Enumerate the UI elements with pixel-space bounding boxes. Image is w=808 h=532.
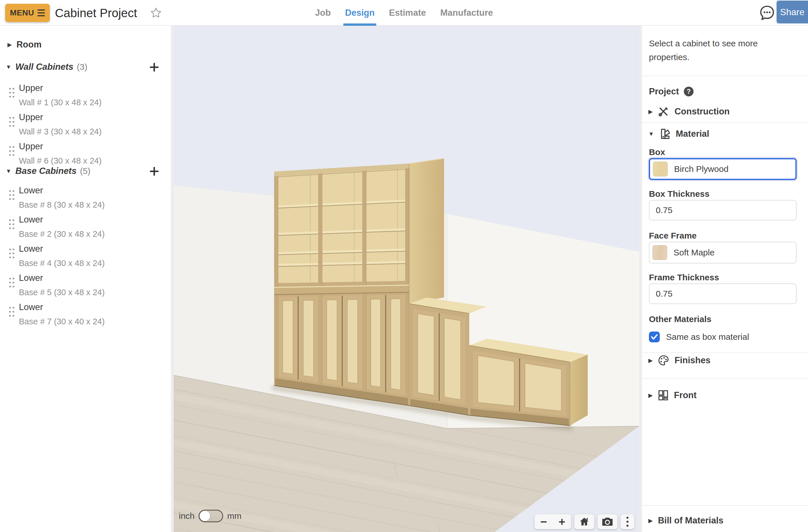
room-section-header[interactable]: ▶ Room: [7, 39, 178, 50]
project-header: Project ?: [649, 87, 694, 97]
share-button[interactable]: Share: [776, 1, 808, 23]
unit-toggle-group: inch mm: [179, 510, 241, 522]
chevron-down-icon: ▼: [6, 64, 12, 70]
divider: [642, 353, 808, 353]
divider: [642, 122, 808, 123]
item-title: Upper: [19, 112, 43, 122]
same-as-box-row: Same as box material: [649, 331, 749, 342]
item-subtitle: Wall # 1 (30 x 48 x 24): [19, 98, 102, 107]
material-swatch-icon: [659, 128, 671, 139]
select-cabinet-note: Select a cabinet to see more properties.: [649, 37, 781, 64]
unit-toggle[interactable]: [199, 510, 223, 522]
chat-icon[interactable]: [759, 4, 775, 21]
sidebar-divider: [171, 26, 174, 532]
section-front[interactable]: ▶ Front: [648, 390, 697, 401]
divider: [642, 505, 808, 506]
reset-view-button[interactable]: [574, 514, 594, 529]
drag-handle-icon[interactable]: [7, 247, 16, 260]
item-subtitle: Base # 8 (30 x 48 x 24): [19, 200, 105, 210]
hamburger-icon: [37, 10, 45, 16]
drag-handle-icon[interactable]: [7, 305, 16, 318]
wall-cabinets-count: (3): [77, 62, 88, 72]
same-as-box-checkbox[interactable]: [649, 331, 660, 342]
frame-thickness-input[interactable]: [649, 283, 796, 304]
unit-inch-label: inch: [179, 511, 195, 521]
room-3d-scene[interactable]: [174, 26, 639, 532]
item-title: Upper: [19, 141, 43, 152]
front-label: Front: [674, 390, 696, 400]
menu-label: MENU: [10, 8, 34, 17]
divider: [642, 76, 808, 76]
face-frame-value: Soft Maple: [674, 248, 714, 258]
drag-handle-icon[interactable]: [7, 189, 16, 201]
drag-handle-icon[interactable]: [7, 116, 16, 128]
section-bill-of-materials[interactable]: ▶ Bill of Materials: [648, 515, 723, 526]
top-bar: MENU Cabinet Project Job Design Estimate…: [0, 0, 808, 26]
section-finishes[interactable]: ▶ Finishes: [648, 355, 711, 366]
menu-button[interactable]: MENU: [5, 4, 50, 22]
tab-design[interactable]: Design: [345, 0, 374, 26]
tab-manufacture[interactable]: Manufacture: [440, 0, 493, 26]
toggle-knob[interactable]: [200, 511, 210, 521]
box-thickness-label: Box Thickness: [649, 189, 710, 199]
drag-handle-icon[interactable]: [7, 276, 16, 289]
item-subtitle: Base # 4 (30 x 48 x 24): [19, 259, 105, 268]
help-icon[interactable]: ?: [683, 87, 694, 97]
item-title: Lower: [19, 273, 43, 283]
chevron-down-icon: ▼: [648, 131, 654, 137]
zoom-in-button[interactable]: +: [553, 514, 571, 529]
construction-tools-icon: [658, 106, 669, 117]
page-title: Cabinet Project: [55, 6, 137, 20]
svg-text:?: ?: [687, 88, 691, 95]
box-material-select[interactable]: Birch Plywood: [649, 158, 796, 180]
check-icon: [651, 334, 658, 340]
add-wall-cabinet-button[interactable]: [148, 61, 161, 74]
item-subtitle: Base # 2 (30 x 48 x 24): [19, 229, 105, 239]
construction-label: Construction: [674, 107, 730, 117]
screenshot-button[interactable]: [598, 514, 618, 529]
box-label: Box: [649, 147, 665, 157]
chevron-right-icon: ▶: [648, 108, 653, 115]
item-title: Lower: [19, 185, 43, 196]
box-thickness-input[interactable]: [649, 200, 796, 221]
section-material[interactable]: ▼ Material: [648, 128, 709, 139]
frame-thickness-label: Frame Thickness: [649, 272, 719, 282]
favorite-star-icon[interactable]: [150, 7, 162, 19]
finishes-palette-icon: [658, 355, 669, 366]
main-tabs: Job Design Estimate Manufacture: [315, 0, 493, 26]
unit-mm-label: mm: [227, 511, 241, 521]
section-construction[interactable]: ▶ Construction: [648, 106, 730, 117]
item-title: Lower: [19, 302, 43, 312]
same-as-box-label: Same as box material: [666, 332, 749, 342]
birch-plywood-swatch: [653, 162, 668, 176]
box-material-value: Birch Plywood: [674, 164, 729, 174]
chevron-right-icon: ▶: [648, 357, 653, 364]
camera-icon: [602, 517, 613, 526]
add-base-cabinet-button[interactable]: [148, 165, 161, 178]
zoom-out-button[interactable]: −: [534, 514, 553, 529]
panel-divider: [639, 26, 642, 532]
item-subtitle: Wall # 6 (30 x 48 x 24): [19, 156, 102, 166]
3d-viewport[interactable]: inch mm − +: [174, 26, 639, 532]
kebab-icon: [626, 516, 629, 527]
other-materials-label: Other Materials: [649, 314, 711, 324]
item-title: Lower: [19, 244, 43, 254]
item-title: Lower: [19, 214, 43, 225]
plus-icon: [149, 62, 159, 72]
chevron-right-icon: ▶: [7, 41, 12, 48]
plus-icon: [149, 167, 159, 176]
tab-estimate[interactable]: Estimate: [389, 0, 426, 26]
item-subtitle: Base # 7 (30 x 40 x 24): [19, 317, 105, 326]
bill-of-materials-label: Bill of Materials: [658, 515, 723, 526]
drag-handle-icon[interactable]: [7, 145, 16, 157]
wall-cabinets-label: Wall Cabinets: [16, 62, 74, 72]
room-label: Room: [16, 39, 41, 50]
chevron-down-icon: ▼: [6, 168, 12, 174]
home-icon: [579, 517, 590, 527]
drag-handle-icon[interactable]: [7, 218, 16, 230]
item-subtitle: Base # 5 (30 x 48 x 24): [19, 288, 105, 297]
more-options-button[interactable]: [621, 514, 634, 529]
tab-job[interactable]: Job: [315, 0, 331, 26]
drag-handle-icon[interactable]: [7, 87, 16, 99]
face-frame-material-select[interactable]: Soft Maple: [649, 242, 796, 263]
